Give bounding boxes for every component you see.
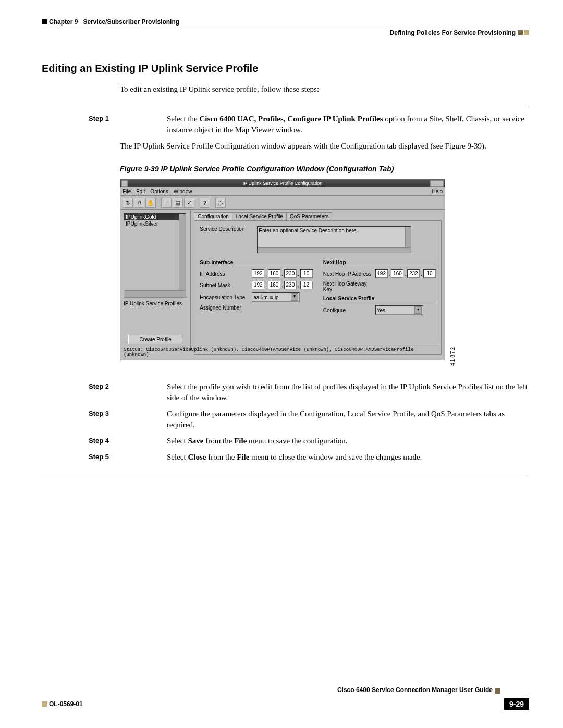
subnet-mask-label: Subnet Mask: [200, 282, 252, 288]
section-heading: Editing an Existing IP Uplink Service Pr…: [42, 63, 529, 75]
step-label: Step 4: [42, 436, 167, 447]
toolbar-print-icon[interactable]: ⎙: [134, 198, 144, 208]
create-profile-button[interactable]: Create Profile: [128, 335, 182, 344]
footer-guide-title: Cisco 6400 Service Connection Manager Us…: [337, 686, 493, 694]
scrollbar-vertical[interactable]: [179, 214, 186, 291]
document-page: Chapter 9 Service/Subscriber Provisionin…: [0, 0, 563, 728]
menu-options[interactable]: Options: [150, 189, 168, 194]
toolbar-button[interactable]: ▤: [173, 198, 183, 208]
next-hop-group: Next Hop Next Hop IP Address 192. 160. 2…: [323, 260, 436, 318]
right-panel: Configuration Local Service Profile QoS …: [191, 210, 445, 351]
window-title: IP Uplink Service Profile Configuration: [243, 181, 322, 186]
window-menu-icon[interactable]: [121, 180, 128, 187]
figure-9-39: IP Uplink Service Profile Configuration …: [120, 179, 449, 366]
page-footer: Cisco 6400 Service Connection Manager Us…: [42, 696, 529, 710]
running-header: Chapter 9 Service/Subscriber Provisionin…: [42, 18, 529, 26]
scrollbar-horizontal[interactable]: [258, 247, 411, 253]
step-3: Step 3 Configure the parameters displaye…: [42, 409, 529, 430]
toolbar: ⇅ ⎙ ✋ ≡ ▤ ✓ ? ◌: [120, 196, 445, 210]
configure-select[interactable]: Yes ▾: [375, 305, 423, 315]
encapsulation-type-label: Encapsulation Type: [200, 294, 252, 300]
window-titlebar: IP Uplink Service Profile Configuration: [120, 180, 445, 187]
toolbar-refresh-icon[interactable]: ◌: [215, 198, 226, 208]
toolbar-help-icon[interactable]: ?: [200, 198, 210, 208]
chapter-title: Service/Subscriber Provisioning: [83, 18, 179, 26]
service-description-input[interactable]: Enter an optional Service Description he…: [257, 226, 411, 253]
subhead-text: Defining Policies For Service Provisioni…: [390, 29, 516, 36]
list-item[interactable]: IPUplinkSilver: [124, 220, 186, 227]
step-text: Select Save from the File menu to save t…: [167, 436, 529, 447]
step-label: Step 1: [42, 114, 167, 135]
encapsulation-type-select[interactable]: aal5mux ip ▾: [252, 292, 300, 302]
toolbar-button[interactable]: ≡: [161, 198, 172, 208]
menubar: File Edit Options Window Help: [120, 187, 445, 196]
toolbar-button[interactable]: ⇅: [123, 198, 133, 208]
figure-id: 41872: [450, 346, 456, 366]
ip-address-label: IP Address: [200, 271, 252, 277]
scrollbar-horizontal[interactable]: [124, 290, 186, 297]
step-text: Select the profile you wish to edit from…: [167, 381, 529, 403]
menu-help[interactable]: Help: [432, 189, 443, 194]
menu-window[interactable]: Window: [174, 189, 192, 194]
subnet-mask-input[interactable]: 192. 160. 230. 12: [252, 281, 312, 289]
footer-marker-icon: [42, 701, 47, 707]
next-hop-gateway-key-label: Next Hop Gateway Key: [323, 281, 375, 292]
figure-caption: Figure 9-39 IP Uplink Service Profile Co…: [120, 165, 529, 173]
toolbar-button[interactable]: ✋: [145, 198, 156, 208]
step-label: Step 5: [42, 452, 167, 463]
header-rule: [42, 27, 529, 27]
service-description-label: Service Description: [200, 226, 257, 232]
tab-configuration[interactable]: Configuration: [194, 212, 232, 220]
step-1: Step 1 Select the Cisco 6400 UAC, Profil…: [42, 114, 529, 135]
window-controls-icon[interactable]: [430, 180, 444, 187]
menu-file[interactable]: File: [123, 189, 131, 194]
sub-interface-group: Sub-Interface IP Address 192. 160. 230.: [200, 260, 312, 318]
configure-label: Configure: [323, 307, 375, 313]
scrollbar-vertical[interactable]: [405, 227, 411, 248]
chevron-down-icon: ▾: [414, 306, 422, 314]
running-subheader: Defining Policies For Service Provisioni…: [390, 29, 529, 36]
next-hop-ip-input[interactable]: 192. 160. 232. 10: [375, 269, 436, 278]
step-5: Step 5 Select Close from the File menu t…: [42, 452, 529, 463]
next-hop-ip-label: Next Hop IP Address: [323, 271, 375, 277]
menu-edit[interactable]: Edit: [136, 189, 145, 194]
status-bar: Status: Cisco6400ServiceUplink (unknown)…: [124, 346, 442, 357]
assigned-number-label: Assigned Number: [200, 305, 252, 311]
step-text: Configure the parameters displayed in th…: [167, 409, 529, 430]
header-accent-icon: [524, 30, 529, 35]
left-panel: IPUplinkGold IPUplinkSilver IP Uplink Se…: [120, 210, 191, 351]
intro-paragraph: To edit an existing IP Uplink service pr…: [120, 85, 529, 94]
step-1-result: The IP Uplink Service Profile Configurat…: [120, 141, 529, 152]
chevron-down-icon: ▾: [291, 293, 298, 301]
tabs: Configuration Local Service Profile QoS …: [194, 212, 442, 220]
page-number: 9-29: [504, 698, 529, 710]
footer-doc-id: OL-0569-01: [42, 700, 83, 708]
ip-address-input[interactable]: 192. 160. 230. 10: [252, 269, 312, 278]
step-text: Select the Cisco 6400 UAC, Profiles, Con…: [167, 114, 529, 135]
tab-body: Service Description Enter an optional Se…: [194, 220, 442, 355]
footer-accent-icon: [495, 688, 500, 694]
profiles-listbox[interactable]: IPUplinkGold IPUplinkSilver: [124, 213, 186, 298]
step-label: Step 3: [42, 409, 167, 430]
step-label: Step 2: [42, 381, 167, 403]
group-title: Sub-Interface: [200, 260, 312, 266]
footer-rule: [42, 696, 529, 696]
step-2: Step 2 Select the profile you wish to ed…: [42, 381, 529, 403]
tab-qos-parameters[interactable]: QoS Parameters: [286, 212, 332, 220]
app-window-screenshot: IP Uplink Service Profile Configuration …: [120, 179, 445, 360]
chapter-number: Chapter 9: [49, 18, 78, 26]
header-accent-icon: [518, 30, 523, 35]
group-title: Local Service Profile: [323, 295, 436, 302]
toolbar-check-icon[interactable]: ✓: [184, 198, 194, 208]
profiles-list-label: IP Uplink Service Profiles: [124, 301, 187, 306]
tab-local-service-profile[interactable]: Local Service Profile: [232, 212, 287, 220]
list-item[interactable]: IPUplinkGold: [124, 214, 186, 220]
step-4: Step 4 Select Save from the File menu to…: [42, 436, 529, 447]
group-title: Next Hop: [323, 260, 436, 266]
step-text: Select Close from the File menu to close…: [167, 452, 529, 463]
header-marker-icon: [42, 19, 47, 24]
